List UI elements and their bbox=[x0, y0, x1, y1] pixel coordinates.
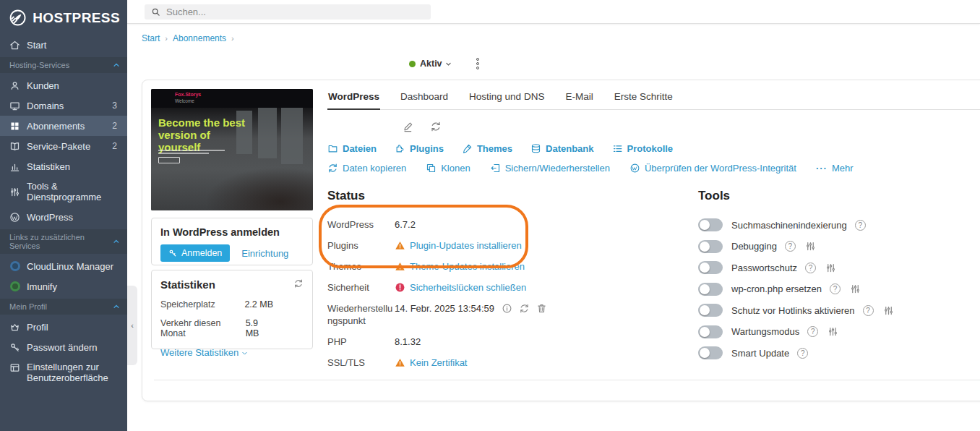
sidebar-item-profil[interactable]: Profil bbox=[0, 317, 127, 337]
statistics-card: Statistiken Speicherplatz 2.2 MB Verkehr… bbox=[151, 270, 313, 349]
help-icon[interactable] bbox=[797, 348, 808, 359]
breadcrumb-abonnements-link[interactable]: Abonnements bbox=[173, 33, 226, 43]
edit-pencil-icon[interactable] bbox=[403, 121, 415, 132]
more-options-kebab-icon[interactable] bbox=[475, 56, 481, 71]
refresh-icon[interactable] bbox=[519, 303, 530, 314]
login-card-title: In WordPress anmelden bbox=[160, 226, 304, 238]
help-icon[interactable] bbox=[785, 241, 796, 252]
tab-hosting-und-dns[interactable]: Hosting und DNS bbox=[468, 90, 545, 109]
status-badge[interactable]: Aktiv bbox=[420, 59, 442, 69]
smart-update-toggle[interactable] bbox=[698, 346, 723, 359]
wordpress-integritaet-link[interactable]: Überprüfen der WordPress-Integrität bbox=[629, 163, 796, 174]
dateien-link[interactable]: Dateien bbox=[327, 143, 377, 154]
sidebar-collapse-handle[interactable] bbox=[127, 286, 137, 365]
refresh-icon[interactable] bbox=[293, 278, 304, 289]
status-row-php: PHP 8.1.32 bbox=[327, 336, 692, 348]
settings-sliders-icon[interactable] bbox=[825, 263, 836, 273]
sidebar-item-wordpress[interactable]: WordPress bbox=[0, 207, 127, 227]
monitor-icon bbox=[9, 101, 20, 111]
action-links-row-2: Daten kopieren Klonen Sichern/Wiederhers… bbox=[327, 163, 854, 174]
sidebar-item-kunden[interactable]: Kunden bbox=[0, 75, 127, 95]
app-viewport: HOSTPRESS Start Hosting-Services bbox=[0, 0, 980, 431]
themes-link[interactable]: Themes bbox=[462, 143, 512, 154]
sicherheitsluecken-link[interactable]: Sicherheitslücken schließen bbox=[410, 281, 526, 294]
mehr-link[interactable]: ··· Mehr bbox=[816, 163, 854, 174]
help-icon[interactable] bbox=[807, 326, 818, 337]
sidebar-item-cloudlinux-manager[interactable]: CloudLinux Manager bbox=[0, 256, 127, 276]
help-icon[interactable] bbox=[855, 220, 866, 231]
ui-settings-icon bbox=[9, 362, 20, 373]
service-pakete-count-badge: 2 bbox=[112, 141, 120, 151]
book-icon bbox=[9, 141, 20, 152]
sidebar-section-hosting-services[interactable]: Hosting-Services bbox=[0, 57, 127, 73]
plugins-link[interactable]: Plugins bbox=[395, 143, 444, 154]
abonnements-count-badge: 2 bbox=[112, 121, 120, 131]
sidebar-item-passwort-aendern[interactable]: Passwort ändern bbox=[0, 337, 127, 357]
tool-row-passwortschutz: Passwortschutz bbox=[698, 261, 894, 274]
tool-row-smart-update: Smart Update bbox=[698, 346, 894, 359]
tab-bar: WordPress Dashboard Hosting und DNS E-Ma… bbox=[327, 90, 980, 110]
info-icon[interactable] bbox=[502, 303, 512, 314]
sliders-icon bbox=[9, 187, 20, 197]
sidebar-item-tools-dienstprogramme[interactable]: Tools & Dienstprogramme bbox=[0, 176, 127, 207]
settings-sliders-icon[interactable] bbox=[883, 305, 894, 316]
wp-cron-toggle[interactable] bbox=[698, 283, 723, 296]
sidebar-item-service-pakete[interactable]: Service-Pakete 2 bbox=[0, 136, 127, 156]
help-icon[interactable] bbox=[830, 283, 841, 294]
anmelden-button[interactable]: Anmelden bbox=[160, 244, 230, 262]
debugging-toggle[interactable] bbox=[698, 240, 723, 253]
verkehr-value: 5.9 MB bbox=[246, 318, 304, 338]
settings-sliders-icon[interactable] bbox=[805, 241, 816, 252]
tab-erste-schritte[interactable]: Erste Schritte bbox=[614, 90, 674, 109]
sichern-wiederherstellen-link[interactable]: Sichern/Wiederherstellen bbox=[490, 163, 610, 174]
kein-zertifikat-link[interactable]: Kein Zertifikat bbox=[410, 357, 467, 369]
wartungsmodus-toggle[interactable] bbox=[698, 325, 723, 338]
settings-sliders-icon[interactable] bbox=[850, 283, 861, 294]
tab-email[interactable]: E-Mail bbox=[564, 90, 593, 109]
sidebar-item-abonnements[interactable]: Abonnements 2 bbox=[0, 116, 127, 136]
tab-dashboard[interactable]: Dashboard bbox=[400, 90, 449, 109]
bar-chart-icon bbox=[9, 161, 20, 172]
einrichtung-link[interactable]: Einrichtung bbox=[241, 248, 288, 259]
puzzle-icon bbox=[395, 143, 405, 154]
datenbank-link[interactable]: Datenbank bbox=[530, 143, 593, 154]
sidebar-item-domains[interactable]: Domains 3 bbox=[0, 95, 127, 116]
chevron-down-icon[interactable] bbox=[445, 61, 452, 67]
help-icon[interactable] bbox=[863, 305, 874, 316]
hotlink-schutz-toggle[interactable] bbox=[698, 304, 723, 317]
sidebar: HOSTPRESS Start Hosting-Services bbox=[0, 0, 127, 431]
theme-updates-link[interactable]: Theme-Updates installieren bbox=[410, 260, 525, 273]
refresh-icon[interactable] bbox=[430, 121, 442, 132]
chevron-up-icon bbox=[113, 238, 120, 245]
sidebar-section-zusaetzliche-services[interactable]: Links zu zusätzlichen Services bbox=[0, 229, 127, 254]
sidebar-item-einstellungen-benutzeroberflaeche[interactable]: Einstellungen zur Benutzeroberfläche bbox=[0, 357, 127, 388]
help-icon[interactable] bbox=[805, 263, 816, 273]
protokolle-link[interactable]: Protokolle bbox=[612, 143, 674, 154]
passwortschutz-toggle[interactable] bbox=[698, 261, 723, 274]
breadcrumb-start-link[interactable]: Start bbox=[142, 33, 160, 43]
app-logo[interactable]: HOSTPRESS bbox=[0, 0, 127, 35]
trash-icon[interactable] bbox=[536, 303, 547, 314]
weitere-statistiken-link[interactable]: Weitere Statistiken bbox=[160, 347, 238, 358]
plugin-updates-link[interactable]: Plugin-Updates installieren bbox=[410, 239, 522, 252]
klonen-link[interactable]: Klonen bbox=[426, 163, 470, 174]
sidebar-section-mein-profil[interactable]: Mein Profil bbox=[0, 299, 127, 315]
php-version: 8.1.32 bbox=[395, 336, 421, 348]
chevron-down-icon bbox=[241, 350, 248, 357]
subscription-card: Fox.Storys Welcome Become the best versi… bbox=[142, 80, 980, 401]
search-input[interactable] bbox=[166, 7, 424, 17]
sidebar-item-imunify[interactable]: Imunify bbox=[0, 276, 127, 296]
daten-kopieren-link[interactable]: Daten kopieren bbox=[327, 163, 406, 174]
tab-wordpress[interactable]: WordPress bbox=[327, 90, 380, 110]
search-box[interactable] bbox=[145, 4, 431, 20]
sidebar-item-statistiken[interactable]: Statistiken bbox=[0, 156, 127, 176]
site-preview-thumbnail[interactable]: Fox.Storys Welcome Become the best versi… bbox=[151, 89, 313, 210]
chevron-up-icon bbox=[113, 61, 120, 69]
statistics-title: Statistiken bbox=[160, 278, 215, 291]
imunify-logo-icon bbox=[10, 281, 20, 291]
sidebar-item-start[interactable]: Start bbox=[0, 35, 127, 55]
preview-photo: Become the best version of yourself bbox=[151, 108, 313, 210]
wordpress-check-icon bbox=[629, 163, 640, 174]
settings-sliders-icon[interactable] bbox=[828, 326, 838, 337]
suchmaschinenindexierung-toggle[interactable] bbox=[698, 218, 723, 231]
